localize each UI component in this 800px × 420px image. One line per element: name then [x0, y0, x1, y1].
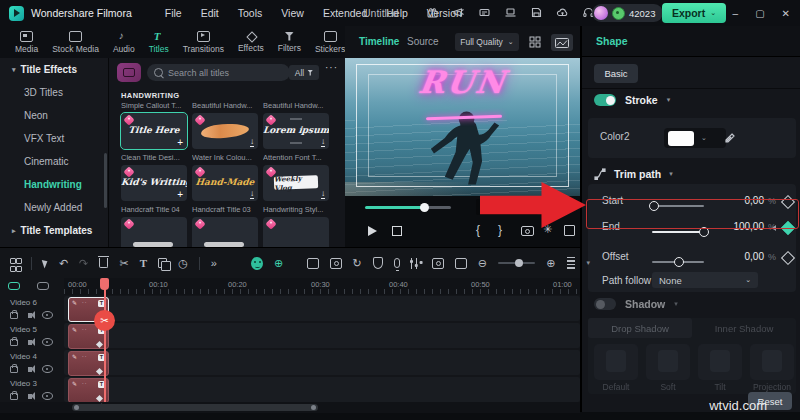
- lock-icon[interactable]: [10, 339, 18, 346]
- speaker-icon[interactable]: [28, 313, 32, 318]
- shadow-toggle[interactable]: [594, 298, 616, 310]
- keyframe-diamond-icon[interactable]: [781, 251, 795, 265]
- track-lane[interactable]: [64, 377, 580, 402]
- title-thumb-handwriting-style[interactable]: Weekly Vlog ↓: [263, 165, 329, 201]
- sidebar-item-3d-titles[interactable]: 3D Titles: [0, 81, 108, 104]
- account-pill[interactable]: 42023: [592, 4, 663, 22]
- auto-ripple-icon[interactable]: [37, 282, 49, 290]
- layout-grid-icon[interactable]: [529, 36, 541, 48]
- menu-file[interactable]: File: [165, 7, 182, 19]
- caret-down-icon[interactable]: ▾: [669, 170, 673, 178]
- sidebar-item-neon[interactable]: Neon: [0, 104, 108, 127]
- zoom-out-icon[interactable]: ⊖: [478, 258, 487, 269]
- snapshot-icon[interactable]: [521, 226, 534, 236]
- text-tool-icon[interactable]: T: [140, 258, 147, 269]
- trim-path-row[interactable]: Trim path ▾: [594, 168, 673, 180]
- tab-drop-shadow[interactable]: Drop Shadow: [588, 318, 692, 338]
- slider-knob[interactable]: [674, 257, 684, 267]
- path-follow-dropdown[interactable]: None ⌄: [652, 272, 758, 288]
- device-icon[interactable]: [504, 6, 517, 19]
- title-thumb-clean-title[interactable]: Title Here +: [121, 113, 187, 149]
- close-button[interactable]: ✕: [782, 8, 790, 19]
- share-icon[interactable]: [452, 6, 465, 19]
- more-tools-icon[interactable]: »: [211, 258, 217, 269]
- title-thumb-handcraft-04[interactable]: Kid's Writting +: [121, 165, 187, 201]
- param-value[interactable]: 0,00: [716, 251, 764, 262]
- fit-timeline-icon[interactable]: [455, 258, 467, 269]
- speaker-icon[interactable]: [28, 340, 32, 345]
- copy-icon[interactable]: [158, 258, 167, 268]
- track-lane[interactable]: [64, 323, 580, 348]
- motion-track-icon[interactable]: ⊕: [274, 258, 283, 269]
- add-icon[interactable]: +: [177, 189, 183, 200]
- shadow-preset-tilt[interactable]: [698, 344, 742, 380]
- title-thumb-partial[interactable]: [263, 217, 329, 247]
- menu-edit[interactable]: Edit: [201, 7, 219, 19]
- tab-inner-shadow[interactable]: Inner Shadow: [692, 318, 796, 338]
- export-button[interactable]: Export ⌄: [662, 3, 726, 23]
- split-scissors-icon[interactable]: ✂: [119, 258, 128, 269]
- caret-down-icon[interactable]: ▾: [674, 300, 678, 308]
- sidebar-item-newly-added[interactable]: Newly Added: [0, 196, 108, 219]
- filter-all-dropdown[interactable]: All: [289, 65, 319, 80]
- link-clips-icon[interactable]: [8, 282, 20, 290]
- panel-title[interactable]: Shape: [596, 35, 628, 47]
- title-clip[interactable]: ✎..T: [68, 351, 109, 376]
- color-swatch-dropdown[interactable]: ⌄: [664, 128, 726, 148]
- image-export-icon[interactable]: [330, 258, 342, 269]
- more-options-button[interactable]: ···: [325, 62, 338, 73]
- track-lane[interactable]: [64, 296, 580, 321]
- minimize-button[interactable]: –: [733, 8, 739, 19]
- timeline-ruler[interactable]: 00:00 00:10 00:20 00:30 00:40 00:50 01:0…: [64, 278, 580, 295]
- media-view-icon[interactable]: [10, 258, 20, 269]
- mask-face-icon[interactable]: [251, 257, 263, 270]
- shadow-preset-projection[interactable]: [750, 344, 794, 380]
- split-at-playhead-button[interactable]: ✂: [94, 310, 115, 331]
- rerender-icon[interactable]: ↻: [353, 258, 362, 269]
- download-icon[interactable]: ↓: [321, 190, 325, 199]
- my-templates-button[interactable]: [117, 63, 141, 82]
- color-swatch[interactable]: [668, 131, 694, 146]
- add-icon[interactable]: +: [177, 137, 183, 148]
- lock-icon[interactable]: [10, 366, 18, 373]
- voiceover-mic-icon[interactable]: [394, 258, 400, 268]
- download-icon[interactable]: ↓: [250, 190, 254, 199]
- scrub-knob[interactable]: [420, 203, 429, 212]
- timeline-hscrollbar[interactable]: [72, 404, 318, 411]
- title-thumb-partial[interactable]: [192, 217, 258, 247]
- select-tool-icon[interactable]: [42, 258, 50, 268]
- end-slider[interactable]: [652, 231, 704, 233]
- delete-icon[interactable]: [99, 258, 108, 268]
- avatar[interactable]: [594, 6, 608, 20]
- title-thumb-partial[interactable]: [121, 217, 187, 247]
- speaker-icon[interactable]: [28, 367, 32, 372]
- search-input[interactable]: Search all titles: [147, 64, 290, 81]
- title-thumb-water-ink[interactable]: ↓: [192, 113, 258, 149]
- neon-run-text[interactable]: RUN: [345, 64, 580, 100]
- audio-mixer-icon[interactable]: [411, 258, 421, 269]
- track-height-icon[interactable]: [567, 257, 576, 269]
- basic-chip[interactable]: Basic: [594, 64, 638, 83]
- caret-down-icon[interactable]: ▾: [586, 259, 590, 267]
- fullscreen-icon[interactable]: [564, 225, 575, 236]
- scrub-slider[interactable]: [365, 206, 451, 209]
- tab-transitions[interactable]: Transitions: [176, 31, 231, 54]
- scopes-button[interactable]: [551, 34, 573, 51]
- timeline-zoom-slider[interactable]: [498, 262, 535, 264]
- gift-icon[interactable]: [426, 6, 439, 19]
- cloud-upload-icon[interactable]: [556, 6, 569, 19]
- offset-slider[interactable]: [652, 261, 704, 263]
- zoom-in-icon[interactable]: ⊕: [546, 258, 555, 269]
- quality-dropdown[interactable]: Full Quality ⌄: [455, 33, 519, 51]
- eyedropper-icon[interactable]: [724, 131, 737, 144]
- play-button[interactable]: [368, 226, 377, 236]
- sidebar-item-vfx-text[interactable]: VFX Text: [0, 127, 108, 150]
- download-icon[interactable]: ↓: [321, 138, 325, 147]
- shadow-preset-soft[interactable]: [646, 344, 690, 380]
- tab-titles[interactable]: TTitles: [142, 31, 176, 54]
- undo-icon[interactable]: ↶: [59, 258, 68, 269]
- title-thumb-attention-font[interactable]: Lorem ipsum ↓: [263, 113, 329, 149]
- feedback-icon[interactable]: [478, 6, 491, 19]
- eye-icon[interactable]: [42, 392, 53, 400]
- shadow-preset-default[interactable]: [594, 344, 638, 380]
